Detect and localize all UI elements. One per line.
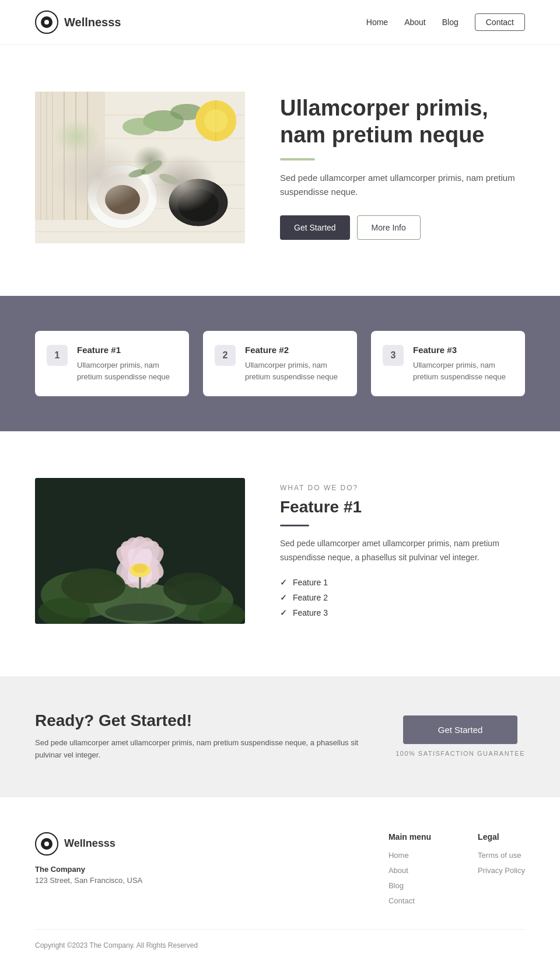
svg-point-26 [139, 158, 164, 177]
cta-right: Get Started 100% SATISFACTION GUARANTEE [396, 715, 525, 757]
footer-logo-icon [35, 832, 58, 856]
cta-description: Sed pede ullamcorper amet ullamcorper pr… [35, 737, 372, 762]
footer-privacy: Privacy Policy [478, 865, 525, 875]
svg-rect-0 [35, 92, 245, 243]
footer-main-menu-heading: Main menu [388, 832, 431, 842]
copyright-text: Copyright ©2023 The Company. All Rights … [35, 941, 198, 949]
lotus-image [35, 478, 245, 624]
svg-point-49 [61, 568, 125, 603]
feature-list-item-1: ✓ Feature 1 [280, 578, 525, 587]
hero-description: Sed pede ullamcorper amet ullamcorper pr… [280, 171, 525, 199]
check-icon-1: ✓ [280, 578, 287, 587]
feature-2-title: Feature #2 [245, 345, 345, 355]
what-description: Sed pede ullamcorper amet ullamcorper pr… [280, 537, 525, 565]
logo-text: Wellnesss [64, 16, 121, 29]
more-info-button[interactable]: More Info [357, 215, 421, 240]
feature-3-desc: Ullamcorper primis, nam pretium suspendi… [413, 359, 513, 382]
feature-card-2: 2 Feature #2 Ullamcorper primis, nam pre… [203, 331, 357, 396]
hero-accent-bar [280, 158, 315, 160]
feature-card-1: 1 Feature #1 Ullamcorper primis, nam pre… [35, 331, 189, 396]
svg-point-20 [204, 109, 228, 132]
footer-logo: Wellnesss [35, 832, 342, 856]
footer-link-home: Home [388, 850, 431, 860]
cta-left: Ready? Get Started! Sed pede ullamcorper… [35, 711, 372, 762]
svg-point-23 [105, 185, 140, 214]
svg-point-22 [96, 173, 149, 220]
svg-point-15 [170, 104, 203, 120]
footer: Wellnesss The Company 123 Street, San Fr… [0, 797, 560, 967]
feature-3-title: Feature #3 [413, 345, 513, 355]
svg-point-24 [169, 179, 228, 226]
nav-links: Home About Blog Contact [366, 13, 525, 31]
hero-title: Ullamcorper primis, nam pretium neque [280, 95, 525, 148]
svg-point-21 [88, 165, 158, 229]
svg-point-18 [195, 100, 236, 141]
feature-list-item-2: ✓ Feature 2 [280, 593, 525, 602]
hero-section: Ullamcorper primis, nam pretium neque Se… [0, 45, 560, 296]
navbar: Wellnesss Home About Blog Contact [0, 0, 560, 45]
nav-home[interactable]: Home [366, 18, 388, 27]
footer-bottom: Copyright ©2023 The Company. All Rights … [35, 929, 525, 949]
what-section: WHAT DO WE DO? Feature #1 Sed pede ullam… [0, 431, 560, 676]
what-text: WHAT DO WE DO? Feature #1 Sed pede ullam… [280, 478, 525, 617]
what-eyebrow: WHAT DO WE DO? [280, 484, 525, 492]
svg-point-17 [195, 100, 236, 141]
svg-point-27 [158, 172, 181, 186]
logo-icon [35, 11, 58, 34]
feature-2-desc: Ullamcorper primis, nam pretium suspendi… [245, 359, 345, 382]
svg-point-47 [133, 564, 147, 573]
footer-brand-name: Wellnesss [64, 837, 116, 850]
svg-point-16 [123, 118, 158, 135]
footer-link-contact: Contact [388, 895, 431, 906]
footer-company-name: The Company [35, 865, 342, 874]
footer-link-blog: Blog [388, 880, 431, 891]
hero-image [35, 92, 245, 243]
svg-point-25 [178, 189, 219, 222]
footer-legal: Legal Terms of use Privacy Policy [478, 832, 525, 906]
footer-main: Wellnesss The Company 123 Street, San Fr… [35, 832, 525, 906]
features-grid: 1 Feature #1 Ullamcorper primis, nam pre… [35, 331, 525, 396]
feature-list-item-3: ✓ Feature 3 [280, 608, 525, 617]
what-title: Feature #1 [280, 498, 525, 516]
feature-num-3: 3 [383, 345, 404, 366]
check-icon-2: ✓ [280, 593, 287, 602]
check-icon-3: ✓ [280, 608, 287, 617]
nav-contact[interactable]: Contact [475, 13, 525, 31]
hero-illustration [35, 92, 245, 243]
lotus-illustration [35, 478, 245, 624]
cta-get-started-button[interactable]: Get Started [403, 715, 518, 744]
feature-num-2: 2 [215, 345, 236, 366]
svg-point-50 [163, 572, 222, 605]
features-section: 1 Feature #1 Ullamcorper primis, nam pre… [0, 296, 560, 431]
footer-address: 123 Street, San Francisco, USA [35, 876, 342, 885]
cta-section: Ready? Get Started! Sed pede ullamcorper… [0, 676, 560, 797]
cta-guarantee: 100% SATISFACTION GUARANTEE [396, 750, 525, 757]
feature-1-title: Feature #1 [77, 345, 177, 355]
get-started-button[interactable]: Get Started [280, 215, 350, 240]
svg-point-35 [105, 603, 175, 621]
footer-link-about: About [388, 865, 431, 875]
cta-title: Ready? Get Started! [35, 711, 372, 730]
footer-terms: Terms of use [478, 850, 525, 860]
feature-list: ✓ Feature 1 ✓ Feature 2 ✓ Feature 3 [280, 578, 525, 617]
svg-point-28 [128, 167, 146, 179]
what-accent-bar [280, 525, 309, 526]
svg-point-14 [143, 110, 184, 131]
feature-card-3: 3 Feature #3 Ullamcorper primis, nam pre… [371, 331, 525, 396]
svg-rect-7 [35, 92, 105, 220]
footer-brand: Wellnesss The Company 123 Street, San Fr… [35, 832, 342, 906]
feature-1-desc: Ullamcorper primis, nam pretium suspendi… [77, 359, 177, 382]
logo: Wellnesss [35, 11, 121, 34]
nav-blog[interactable]: Blog [442, 18, 459, 27]
nav-about[interactable]: About [404, 18, 426, 27]
hero-text: Ullamcorper primis, nam pretium neque Se… [280, 95, 525, 239]
hero-buttons: Get Started More Info [280, 215, 525, 240]
footer-legal-heading: Legal [478, 832, 525, 842]
feature-num-1: 1 [47, 345, 68, 366]
footer-main-menu: Main menu Home About Blog Contact [388, 832, 431, 906]
